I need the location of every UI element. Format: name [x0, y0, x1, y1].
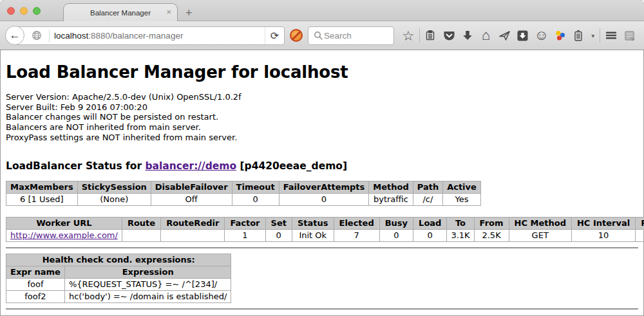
table-row: foof2 hc('body') =~ /domain is establish… [6, 290, 231, 302]
url-host: localhost [54, 31, 88, 41]
new-tab-button[interactable]: + [185, 7, 193, 19]
notes-grid-addon-icon[interactable] [622, 27, 638, 44]
toolbar-divider [419, 28, 420, 42]
cell-passes: 1 (0) [636, 229, 644, 241]
col-routeredir: RouteRedir [161, 217, 225, 229]
close-window-button[interactable] [7, 7, 15, 15]
cell-status: Init Ok [292, 229, 334, 241]
minimize-window-button[interactable] [20, 7, 28, 15]
table-header-row: Worker URL Route RouteRedir Factor Set S… [6, 217, 644, 229]
col-from: From [474, 217, 509, 229]
balancers-warning-line: Balancers are NOT inherited from main se… [6, 122, 638, 133]
url-path: :8880/balancer-manager [88, 31, 183, 41]
cell-route [122, 229, 160, 241]
send-plane-icon[interactable] [497, 27, 512, 44]
cell-disablefailover: Off [151, 193, 232, 205]
reload-button[interactable]: ⟳ [265, 27, 284, 44]
server-built-line: Server Built: Feb 9 2016 07:00:20 [6, 102, 638, 113]
cell-to: 3.1K [447, 229, 474, 241]
tab-title: Balancer Manager [90, 9, 151, 17]
page-content: Load Balancer Manager for localhost Serv… [0, 62, 644, 310]
col-set: Set [265, 217, 292, 229]
cell-timeout: 0 [232, 193, 279, 205]
cell-from: 2.5K [474, 229, 509, 241]
zoom-window-button[interactable] [33, 7, 41, 15]
page-title: Load Balancer Manager for localhost [6, 62, 638, 82]
cell-elected: 7 [334, 229, 379, 241]
col-worker-url: Worker URL [6, 217, 122, 229]
table-row: 6 [1 Used] (None) Off 0 0 bytraffic /c/ … [6, 193, 481, 205]
tab-balancer-manager[interactable]: Balancer Manager × [63, 3, 178, 21]
search-icon [312, 27, 324, 44]
balancer-demo-link[interactable]: balancer://demo [145, 160, 236, 172]
col-hc-interval: HC Interval [571, 217, 635, 229]
col-expr-name: Expr name [6, 266, 65, 278]
cell-maxmembers: 6 [1 Used] [6, 193, 78, 205]
bookmark-star-icon[interactable]: ☆ [401, 27, 416, 44]
loadbalancer-status-heading: LoadBalancer Status for balancer://demo … [6, 160, 638, 172]
clipboard-icon[interactable] [422, 27, 438, 44]
table-header-row: MaxMembers StickySession DisableFailover… [6, 181, 481, 193]
url-bar[interactable]: localhost:8880/balancer-manager ⟳ [14, 26, 285, 45]
colored-dots-addon-icon[interactable] [552, 27, 567, 44]
table-row: foof %{REQUEST_STATUS} =~ /^[234]/ [6, 278, 231, 290]
col-method: Method [369, 181, 413, 193]
bottom-divider [6, 308, 638, 310]
col-factor: Factor [225, 217, 265, 229]
navigation-toolbar: ← localhost:8880/balancer-manager ⟳ ☆ [0, 21, 644, 50]
tab-close-icon[interactable]: × [166, 8, 171, 16]
cell-busy: 0 [379, 229, 413, 241]
worker-row: http://www.example.com/ 1 0 Init Ok 7 0 … [6, 229, 644, 241]
search-input[interactable] [324, 31, 383, 41]
urlbar-divider [49, 30, 50, 42]
proxypass-warning-line: ProxyPass settings are NOT inherited fro… [6, 133, 638, 143]
worker-url-link[interactable]: http://www.example.com/ [10, 230, 118, 240]
smiley-chat-addon-icon[interactable]: ☺ [534, 27, 549, 44]
table-title-row: Health check cond. expressions: [6, 254, 231, 266]
url-text: localhost:8880/balancer-manager [54, 31, 183, 41]
cell-expr-name: foof2 [6, 290, 65, 302]
col-stickysession: StickySession [77, 181, 151, 193]
health-check-table: Health check cond. expressions: Expr nam… [6, 254, 231, 303]
col-elected: Elected [334, 217, 379, 229]
col-failoverattempts: FailoverAttempts [279, 181, 369, 193]
worker-table: Worker URL Route RouteRedir Factor Set S… [6, 217, 644, 242]
cell-stickysession: (None) [77, 193, 151, 205]
cell-hc-method: GET [509, 229, 571, 241]
video-download-helper-icon[interactable] [515, 27, 531, 44]
toolbar-divider [600, 28, 600, 42]
cell-path: /c/ [413, 193, 442, 205]
col-to: To [447, 217, 474, 229]
cell-factor: 1 [225, 229, 265, 241]
col-maxmembers: MaxMembers [6, 181, 78, 193]
cell-worker-url: http://www.example.com/ [6, 229, 122, 241]
cell-active: Yes [443, 193, 481, 205]
home-icon[interactable]: ⌂ [478, 27, 494, 44]
table-header-row: Expr name Expression [6, 266, 231, 278]
status-heading-suffix: [p4420eeae_demo] [236, 160, 347, 172]
col-timeout: Timeout [232, 181, 279, 193]
downloads-icon[interactable] [460, 27, 475, 44]
menu-hamburger-icon[interactable] [603, 27, 619, 44]
globe-icon[interactable] [29, 27, 44, 44]
browser-window: Balancer Manager × + ← localhost:8880/ba… [0, 0, 644, 316]
battery-clipper-addon-icon[interactable] [571, 27, 586, 44]
cell-expression: hc('body') =~ /domain is established/ [64, 290, 231, 302]
col-disablefailover: DisableFailover [151, 181, 232, 193]
cell-expression: %{REQUEST_STATUS} =~ /^[234]/ [64, 278, 231, 290]
balancer-summary-table: MaxMembers StickySession DisableFailover… [6, 181, 481, 206]
persist-warning-line: Balancer changes will NOT be persisted o… [6, 112, 638, 122]
cell-set: 0 [265, 229, 292, 241]
tab-strip: Balancer Manager × + [0, 0, 644, 21]
back-button[interactable]: ← [5, 26, 24, 45]
cell-failoverattempts: 0 [279, 193, 369, 205]
cell-hc-interval: 10 [571, 229, 635, 241]
search-bar[interactable] [308, 26, 394, 45]
col-load: Load [413, 217, 447, 229]
toolbar-buttons: ☆ ⌂ ☺ ▾ [401, 27, 638, 44]
col-hc-method: HC Method [509, 217, 571, 229]
addon-dropdown-caret-icon[interactable]: ▾ [589, 27, 597, 44]
pocket-icon[interactable] [441, 27, 457, 44]
health-table-title: Health check cond. expressions: [6, 254, 231, 266]
script-blocker-addon-icon[interactable] [290, 29, 303, 42]
